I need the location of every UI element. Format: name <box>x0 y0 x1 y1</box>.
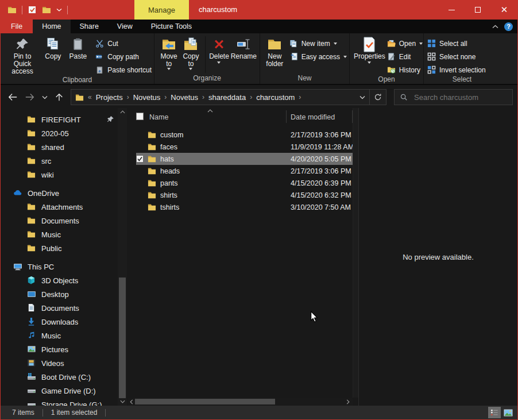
sidebar-item[interactable]: wiki <box>1 168 118 182</box>
sidebar-item[interactable]: Videos <box>1 356 118 370</box>
easy-access-button[interactable]: Easy access <box>289 51 347 62</box>
sidebar-item[interactable]: This PC <box>1 260 118 273</box>
back-button[interactable] <box>7 93 18 102</box>
forward-button[interactable] <box>25 93 35 102</box>
sidebar-scrollbar[interactable] <box>118 108 127 406</box>
sidebar-item[interactable]: src <box>1 154 118 168</box>
sidebar-item[interactable]: Boot Drive (C:) <box>1 370 118 384</box>
tab-home[interactable]: Home <box>33 20 70 33</box>
file-row[interactable]: faces 11/9/2019 11:28 AM <box>136 141 353 153</box>
scroll-right-icon[interactable] <box>345 398 351 406</box>
file-row[interactable]: hats 4/20/2020 5:05 PM <box>136 153 353 165</box>
open-button[interactable]: Open <box>387 38 423 49</box>
paste-button[interactable]: Paste <box>65 35 91 61</box>
column-header-date-modified[interactable]: Date modified <box>291 113 335 121</box>
search-input[interactable] <box>413 93 516 102</box>
maximize-button[interactable] <box>465 0 491 20</box>
file-list-horizontal-scrollbar[interactable] <box>128 398 353 406</box>
delete-button[interactable]: Delete <box>208 35 230 64</box>
tab-view[interactable]: View <box>108 20 142 33</box>
sidebar-item[interactable]: Documents <box>1 301 118 315</box>
breadcrumb-overflow[interactable]: « <box>88 93 92 101</box>
collapse-ribbon-icon[interactable] <box>492 25 498 29</box>
sidebar-item[interactable]: Attachments <box>1 200 118 214</box>
invert-selection-button[interactable]: Invert selection <box>427 64 486 75</box>
sidebar-item[interactable]: shared <box>1 140 118 154</box>
sidebar-item[interactable]: 2020-05 <box>1 126 118 140</box>
column-header-name[interactable]: Name <box>149 113 168 121</box>
row-checkbox[interactable] <box>136 155 144 163</box>
file-row[interactable]: shirts 4/15/2020 6:32 PM <box>136 189 353 201</box>
file-row[interactable]: tshirts 3/10/2020 7:50 AM <box>136 201 353 213</box>
cut-button[interactable]: Cut <box>95 38 152 49</box>
search-box[interactable] <box>394 89 513 105</box>
select-all-checkbox[interactable] <box>136 113 144 120</box>
sidebar-item[interactable]: Downloads <box>1 315 118 329</box>
drive-os-icon <box>27 372 36 382</box>
sidebar-item[interactable]: FIREFIGHT <box>1 113 118 126</box>
select-all-button[interactable]: Select all <box>427 38 486 49</box>
scrollbar-thumb[interactable] <box>135 399 275 404</box>
sidebar-item[interactable]: Music <box>1 329 118 342</box>
rename-button[interactable]: Rename <box>230 35 257 61</box>
tab-picture-tools[interactable]: Picture Tools <box>142 20 201 33</box>
ribbon-group-new: New folder New item Easy access New <box>260 33 350 84</box>
history-button[interactable]: History <box>387 64 423 75</box>
edit-button[interactable]: Edit <box>387 51 423 62</box>
minimize-button[interactable] <box>438 0 465 20</box>
breadcrumb-item[interactable]: charcustom› <box>256 93 301 102</box>
file-row[interactable]: custom 2/17/2019 3:06 PM <box>136 129 353 141</box>
folder-icon[interactable] <box>42 5 51 14</box>
address-dropdown-chevron-icon[interactable] <box>359 95 365 99</box>
move-to-button[interactable]: Move to <box>158 35 180 71</box>
refresh-button[interactable] <box>374 93 382 101</box>
pin-to-quick-access-button[interactable]: Pin to Quick access <box>4 35 41 76</box>
tab-share[interactable]: Share <box>71 20 108 33</box>
breadcrumb-item[interactable]: Projects› <box>96 93 129 102</box>
new-item-button[interactable]: New item <box>289 38 347 49</box>
scroll-left-icon[interactable] <box>128 398 135 406</box>
help-icon[interactable]: ? <box>504 22 513 31</box>
copy-path-button[interactable]: Copy path <box>95 51 152 62</box>
new-folder-button[interactable]: New folder <box>264 35 286 68</box>
sidebar-item[interactable]: OneDrive <box>1 186 118 200</box>
select-none-button[interactable]: Select none <box>427 51 486 62</box>
file-list-vertical-scrollbar[interactable] <box>353 108 358 398</box>
file-row[interactable]: pants 4/15/2020 6:39 PM <box>136 177 353 189</box>
breadcrumb-item[interactable]: Novetus› <box>133 93 167 102</box>
breadcrumb-item[interactable]: Novetus› <box>171 93 204 102</box>
copy-to-button[interactable]: Copy to <box>180 35 202 71</box>
preview-message: No preview available. <box>403 253 474 261</box>
navigation-bar: « Projects› Novetus› Novetus› shareddata… <box>1 86 517 108</box>
paste-shortcut-button[interactable]: Paste shortcut <box>95 64 152 75</box>
address-bar[interactable]: « Projects› Novetus› Novetus› shareddata… <box>71 89 386 105</box>
sidebar-item[interactable]: Desktop <box>1 287 118 301</box>
chevron-right-icon: › <box>250 93 252 101</box>
tab-file[interactable]: File <box>1 20 33 33</box>
sidebar-item[interactable]: Game Drive (D:) <box>1 384 118 398</box>
file-name: pants <box>160 179 178 187</box>
column-divider[interactable] <box>286 110 287 123</box>
properties-check-icon[interactable] <box>28 5 37 14</box>
sidebar-item[interactable]: Documents <box>1 214 118 228</box>
copy-button[interactable]: Copy <box>41 35 65 61</box>
sidebar-item[interactable]: Public <box>1 241 118 255</box>
sidebar-item[interactable]: Pictures <box>1 342 118 356</box>
close-button[interactable]: ✕ <box>491 0 517 20</box>
scroll-down-icon[interactable] <box>118 398 127 406</box>
scrollbar-thumb[interactable] <box>119 278 126 398</box>
scroll-up-icon[interactable] <box>118 108 127 116</box>
tab-manage[interactable]: Manage <box>134 0 189 20</box>
file-row[interactable]: heads 2/17/2019 3:06 PM <box>136 165 353 177</box>
chevron-down-icon[interactable] <box>56 7 62 12</box>
breadcrumb-item[interactable]: shareddata› <box>208 93 252 102</box>
sidebar-item[interactable]: Music <box>1 228 118 241</box>
up-button[interactable] <box>55 93 64 102</box>
details-view-button[interactable] <box>488 407 501 418</box>
sidebar-list: FIREFIGHT 2020-05 shared src wiki OneDri… <box>1 113 118 411</box>
properties-button[interactable]: Properties <box>353 35 386 64</box>
large-icons-view-button[interactable] <box>502 407 515 418</box>
sidebar-item[interactable]: 3D Objects <box>1 273 118 287</box>
recent-locations-chevron-icon[interactable] <box>42 95 48 99</box>
folder-icon[interactable] <box>7 5 17 14</box>
